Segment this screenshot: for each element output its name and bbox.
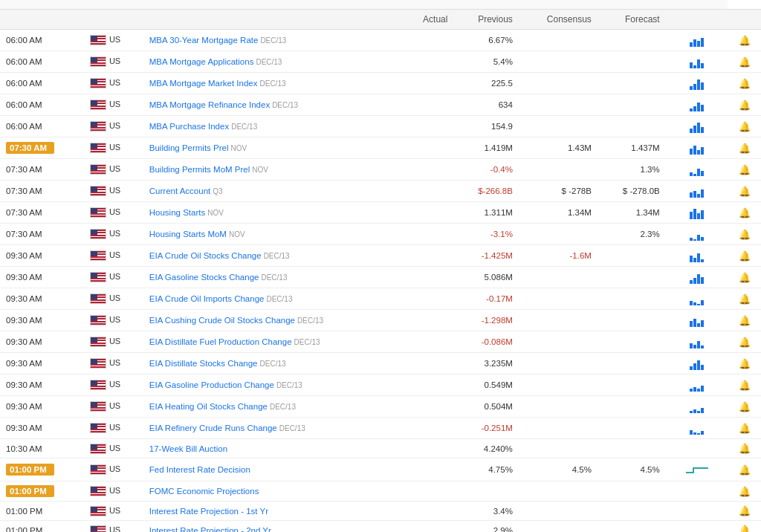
bell-icon[interactable]: 🔔 <box>739 143 751 154</box>
event-name[interactable]: MBA 30-Year Mortgage Rate <box>149 36 259 45</box>
consensus-cell <box>519 73 598 94</box>
bell-icon[interactable]: 🔔 <box>739 56 751 68</box>
event-name[interactable]: EIA Heating Oil Stocks Change <box>149 402 268 411</box>
bell-icon[interactable]: 🔔 <box>739 229 751 240</box>
time-label: 06:00 AM <box>6 122 42 131</box>
event-name[interactable]: Building Permits Prel <box>149 143 229 152</box>
event-name[interactable]: Current Account <box>149 186 210 195</box>
bell-icon[interactable]: 🔔 <box>739 401 751 412</box>
bell-cell[interactable]: 🔔 <box>728 73 761 94</box>
chart-bar <box>697 213 700 219</box>
bell-icon[interactable]: 🔔 <box>739 250 751 262</box>
bell-cell[interactable]: 🔔 <box>728 30 761 51</box>
event-name[interactable]: MBA Mortgage Refinance Index <box>149 100 270 109</box>
bell-icon[interactable]: 🔔 <box>739 505 751 516</box>
consensus-cell: 1.43M <box>519 137 598 159</box>
forecast-cell <box>598 310 666 331</box>
bell-icon[interactable]: 🔔 <box>739 486 751 497</box>
chart-cell <box>666 245 728 267</box>
bell-cell[interactable]: 🔔 <box>728 94 761 116</box>
bell-cell[interactable]: 🔔 <box>728 224 761 245</box>
bell-icon[interactable]: 🔔 <box>739 207 751 218</box>
bell-cell[interactable]: 🔔 <box>728 521 761 533</box>
event-name[interactable]: EIA Gasoline Stocks Change <box>149 273 259 282</box>
bell-icon[interactable]: 🔔 <box>739 315 751 326</box>
event-name[interactable]: Interest Rate Projection - 2nd Yr <box>149 526 271 533</box>
bell-icon[interactable]: 🔔 <box>739 35 751 46</box>
bell-cell[interactable]: 🔔 <box>728 245 761 267</box>
chart-bar <box>701 105 704 111</box>
event-name[interactable]: MBA Purchase Index <box>149 122 229 131</box>
bell-icon[interactable]: 🔔 <box>739 100 751 111</box>
chart-bar <box>690 62 693 68</box>
bell-icon[interactable]: 🔔 <box>739 443 751 454</box>
bell-cell[interactable]: 🔔 <box>728 418 761 439</box>
mini-chart <box>690 400 704 413</box>
bell-cell[interactable]: 🔔 <box>728 481 761 502</box>
bell-icon[interactable]: 🔔 <box>739 121 751 132</box>
event-cell: MBA Purchase IndexDEC/13 <box>143 116 403 137</box>
bell-icon[interactable]: 🔔 <box>739 293 751 305</box>
chart-cell <box>666 310 728 331</box>
bell-icon[interactable]: 🔔 <box>739 464 751 476</box>
bell-icon[interactable]: 🔔 <box>739 164 751 175</box>
time-badge: 01:00 PM <box>6 485 54 497</box>
event-name[interactable]: EIA Crude Oil Imports Change <box>149 294 265 303</box>
previous-cell: $-266.8B <box>453 181 518 202</box>
chart-bar <box>701 82 704 90</box>
event-name[interactable]: Interest Rate Projection - 1st Yr <box>149 507 268 516</box>
event-name[interactable]: Building Permits MoM Prel <box>149 165 250 174</box>
bell-cell[interactable]: 🔔 <box>728 267 761 288</box>
bell-icon[interactable]: 🔔 <box>739 186 751 197</box>
event-name[interactable]: Fed Interest Rate Decision <box>149 465 250 474</box>
event-name[interactable]: MBA Mortgage Market Index <box>149 79 258 88</box>
bell-icon[interactable]: 🔔 <box>739 272 751 283</box>
event-name[interactable]: EIA Cushing Crude Oil Stocks Change <box>149 316 295 325</box>
bell-cell[interactable]: 🔔 <box>728 310 761 331</box>
event-name[interactable]: Housing Starts MoM <box>149 230 227 239</box>
bell-cell[interactable]: 🔔 <box>728 331 761 353</box>
actual-cell <box>403 94 454 116</box>
bell-cell[interactable]: 🔔 <box>728 458 761 481</box>
us-flag-icon <box>90 35 106 45</box>
us-flag-icon <box>90 164 106 175</box>
event-name[interactable]: EIA Distillate Stocks Change <box>149 359 258 368</box>
event-name[interactable]: EIA Refinery Crude Runs Change <box>149 424 277 432</box>
bell-cell[interactable]: 🔔 <box>728 353 761 374</box>
event-name[interactable]: FOMC Economic Projections <box>149 487 259 496</box>
bell-icon[interactable]: 🔔 <box>739 423 751 434</box>
bell-icon[interactable]: 🔔 <box>739 78 751 89</box>
us-flag-icon <box>90 272 106 282</box>
chart-bar <box>693 146 696 155</box>
country-cell: US <box>84 202 143 224</box>
event-name[interactable]: 17-Week Bill Auction <box>149 444 227 453</box>
bell-cell[interactable]: 🔔 <box>728 159 761 181</box>
event-name[interactable]: EIA Crude Oil Stocks Change <box>149 251 262 260</box>
bell-cell[interactable]: 🔔 <box>728 202 761 224</box>
bell-cell[interactable]: 🔔 <box>728 396 761 418</box>
bell-icon[interactable]: 🔔 <box>739 380 751 391</box>
actual-cell <box>403 30 454 51</box>
bell-cell[interactable]: 🔔 <box>728 288 761 310</box>
col-chart <box>666 10 728 30</box>
bell-cell[interactable]: 🔔 <box>728 116 761 137</box>
bell-cell[interactable]: 🔔 <box>728 181 761 202</box>
time-cell: 07:30 AM <box>0 159 84 181</box>
time-label: 06:00 AM <box>6 57 42 66</box>
bell-cell[interactable]: 🔔 <box>728 502 761 521</box>
bell-icon[interactable]: 🔔 <box>739 525 751 532</box>
event-name[interactable]: EIA Distillate Fuel Production Change <box>149 337 292 346</box>
country-cell: US <box>84 439 143 458</box>
bell-cell[interactable]: 🔔 <box>728 374 761 396</box>
consensus-cell <box>519 502 598 521</box>
bell-cell[interactable]: 🔔 <box>728 137 761 159</box>
bell-icon[interactable]: 🔔 <box>739 337 751 348</box>
chart-bar <box>693 278 696 284</box>
bell-icon[interactable]: 🔔 <box>739 358 751 369</box>
event-name[interactable]: MBA Mortgage Applications <box>149 57 254 66</box>
chart-bar <box>690 343 693 348</box>
bell-cell[interactable]: 🔔 <box>728 51 761 73</box>
event-name[interactable]: Housing Starts <box>149 208 205 217</box>
event-name[interactable]: EIA Gasoline Production Change <box>149 380 274 389</box>
bell-cell[interactable]: 🔔 <box>728 439 761 458</box>
